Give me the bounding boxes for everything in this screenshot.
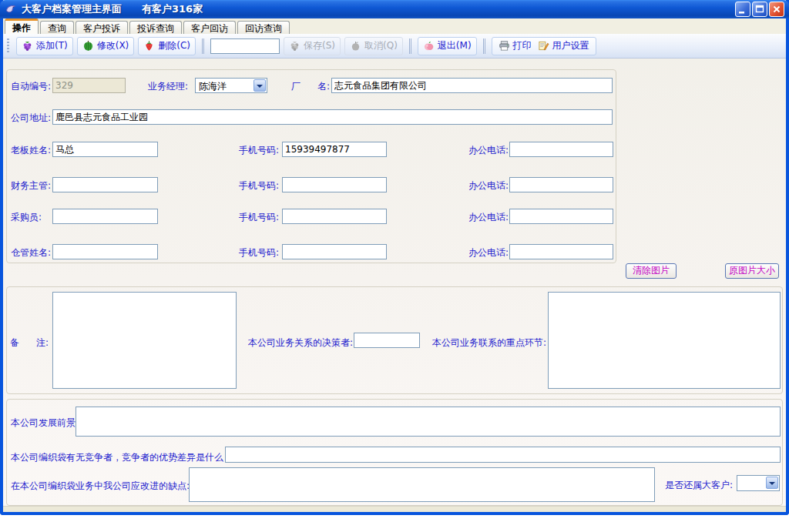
purchaser-name-field[interactable] bbox=[52, 209, 158, 224]
app-icon bbox=[5, 3, 17, 15]
tab-customer-visit[interactable]: 客户回访 bbox=[183, 21, 236, 34]
window-title: 大客户档案管理主界面 有客户316家 bbox=[22, 2, 203, 16]
window-controls bbox=[735, 2, 784, 17]
toolbar-separator bbox=[202, 38, 204, 54]
auto-id-label: 自动编号: bbox=[11, 80, 51, 93]
warehouse-mobile-field[interactable] bbox=[282, 244, 387, 259]
toolbar-separator bbox=[409, 38, 411, 54]
boss-mobile-label: 手机号码: bbox=[239, 144, 279, 157]
finance-mobile-label: 手机号码: bbox=[239, 179, 279, 192]
address-label: 公司地址: bbox=[11, 112, 51, 125]
prospect-textarea[interactable] bbox=[76, 407, 781, 437]
competitor-label: 本公司编织袋有无竞争者，竞争者的优势差异是什么？: bbox=[11, 451, 236, 464]
user-settings-button[interactable]: 用户设置 bbox=[538, 39, 589, 52]
prospect-label: 本公司发展前景: bbox=[11, 417, 79, 430]
tab-customer-complaint[interactable]: 客户投诉 bbox=[76, 21, 128, 34]
warehouse-name-field[interactable] bbox=[52, 244, 158, 259]
remark-label-left: 备 bbox=[10, 336, 19, 350]
purchaser-name-label: 采购员: bbox=[11, 211, 42, 224]
finance-name-field[interactable] bbox=[52, 177, 158, 192]
tab-complaint-query[interactable]: 投诉查询 bbox=[129, 21, 182, 34]
boss-office-phone-label: 办公电话: bbox=[468, 144, 509, 157]
minimize-button[interactable] bbox=[735, 2, 750, 17]
boss-name-label: 老板姓名: bbox=[11, 144, 51, 157]
contact-row-warehouse: 仓管姓名: 手机号码: 办公电话: bbox=[3, 244, 786, 262]
auto-id-field bbox=[52, 78, 126, 93]
improvement-textarea[interactable] bbox=[189, 467, 655, 502]
peach-icon bbox=[423, 40, 435, 52]
remark-textarea[interactable] bbox=[52, 292, 237, 389]
titlebar: 大客户档案管理主界面 有客户316家 bbox=[0, 0, 789, 18]
status-bar bbox=[3, 506, 786, 512]
decision-maker-label: 本公司业务关系的决策者: bbox=[248, 336, 353, 350]
manager-label: 业务经理: bbox=[148, 80, 188, 93]
clear-image-button[interactable]: 清除图片 bbox=[626, 263, 677, 279]
warehouse-name-label: 仓管姓名: bbox=[11, 246, 51, 259]
desktop: 大客户档案管理主界面 有客户316家 操作 查询 客户投诉 投诉查询 客户回访 … bbox=[0, 0, 789, 532]
main-panel: 自动编号: 业务经理: 陈海洋 厂 名: 公司地址: 老板姓名: 手机号码: 办… bbox=[3, 59, 786, 506]
tab-bar: 操作 查询 客户投诉 投诉查询 客户回访 回访查询 bbox=[3, 18, 786, 34]
apple-gray-icon bbox=[350, 40, 361, 52]
improvement-label: 在本公司编织袋业务中我公司应改进的缺点: bbox=[11, 480, 190, 493]
original-image-size-button[interactable]: 原图片大小 bbox=[725, 263, 779, 279]
toolbar-grip-handle[interactable] bbox=[7, 38, 9, 54]
boss-office-phone-field[interactable] bbox=[509, 142, 613, 157]
notepad-pencil-icon bbox=[538, 40, 549, 52]
key-link-label: 本公司业务联系的重点环节: bbox=[432, 336, 546, 350]
still-major-customer-label: 是否还属大客户: bbox=[665, 479, 733, 492]
address-field[interactable] bbox=[52, 109, 613, 125]
warehouse-mobile-label: 手机号码: bbox=[239, 246, 279, 259]
toolbar-tools-group: 打印 用户设置 bbox=[492, 37, 596, 55]
finance-mobile-field[interactable] bbox=[282, 177, 387, 192]
toolbar-search-input[interactable] bbox=[210, 38, 280, 54]
tab-visit-query[interactable]: 回访查询 bbox=[237, 21, 290, 34]
decision-maker-field[interactable] bbox=[354, 333, 420, 348]
warehouse-office-phone-field[interactable] bbox=[509, 244, 613, 259]
competitor-field[interactable] bbox=[225, 447, 781, 463]
chevron-down-icon[interactable] bbox=[253, 79, 266, 92]
close-button[interactable] bbox=[769, 2, 784, 17]
warehouse-office-phone-label: 办公电话: bbox=[468, 246, 509, 259]
exit-button[interactable]: 退出(M) bbox=[418, 37, 477, 55]
app-window: 大客户档案管理主界面 有客户316家 操作 查询 客户投诉 投诉查询 客户回访 … bbox=[0, 0, 789, 515]
maximize-button[interactable] bbox=[752, 2, 767, 17]
save-button[interactable]: 保存(S) bbox=[284, 37, 341, 55]
purchaser-mobile-field[interactable] bbox=[282, 209, 387, 224]
modify-button[interactable]: 修改(X) bbox=[77, 37, 135, 55]
purchaser-office-phone-label: 办公电话: bbox=[468, 211, 509, 224]
key-link-textarea[interactable] bbox=[548, 292, 781, 389]
factory-name-label-left: 厂 bbox=[291, 80, 300, 93]
remark-label-right: 注: bbox=[36, 336, 49, 350]
tab-operations[interactable]: 操作 bbox=[5, 18, 39, 34]
toolbar: 添加(T) 修改(X) 删除(C) 保存(S) 取消(Q) bbox=[3, 34, 786, 59]
customer-info-groupbox bbox=[6, 69, 616, 263]
contact-row-finance: 财务主管: 手机号码: 办公电话: bbox=[3, 177, 786, 195]
manager-select[interactable]: 陈海洋 bbox=[195, 78, 267, 93]
contact-row-boss: 老板姓名: 手机号码: 办公电话: bbox=[3, 142, 786, 159]
still-major-customer-select[interactable] bbox=[737, 475, 780, 491]
finance-name-label: 财务主管: bbox=[11, 179, 51, 192]
contact-row-purchaser: 采购员: 手机号码: 办公电话: bbox=[3, 209, 786, 226]
tab-query[interactable]: 查询 bbox=[40, 21, 74, 34]
boss-mobile-field[interactable] bbox=[282, 142, 387, 157]
finance-office-phone-label: 办公电话: bbox=[468, 179, 509, 192]
cancel-button[interactable]: 取消(Q) bbox=[344, 37, 403, 55]
printer-icon bbox=[499, 40, 510, 52]
boss-name-field[interactable] bbox=[52, 142, 158, 157]
grapes-gray-icon bbox=[289, 40, 300, 52]
add-button[interactable]: 添加(T) bbox=[16, 37, 73, 55]
grapes-icon bbox=[22, 40, 33, 52]
factory-name-label-right: 名: bbox=[317, 80, 330, 93]
toolbar-separator bbox=[483, 38, 485, 54]
purchaser-mobile-label: 手机号码: bbox=[239, 211, 279, 224]
strawberry-icon bbox=[143, 40, 155, 52]
chevron-down-icon[interactable] bbox=[766, 477, 778, 489]
purchaser-office-phone-field[interactable] bbox=[509, 209, 613, 224]
watermelon-icon bbox=[82, 40, 94, 52]
delete-button[interactable]: 删除(C) bbox=[138, 37, 196, 55]
finance-office-phone-field[interactable] bbox=[509, 177, 613, 192]
factory-name-field[interactable] bbox=[331, 78, 613, 93]
print-button[interactable]: 打印 bbox=[499, 39, 532, 52]
